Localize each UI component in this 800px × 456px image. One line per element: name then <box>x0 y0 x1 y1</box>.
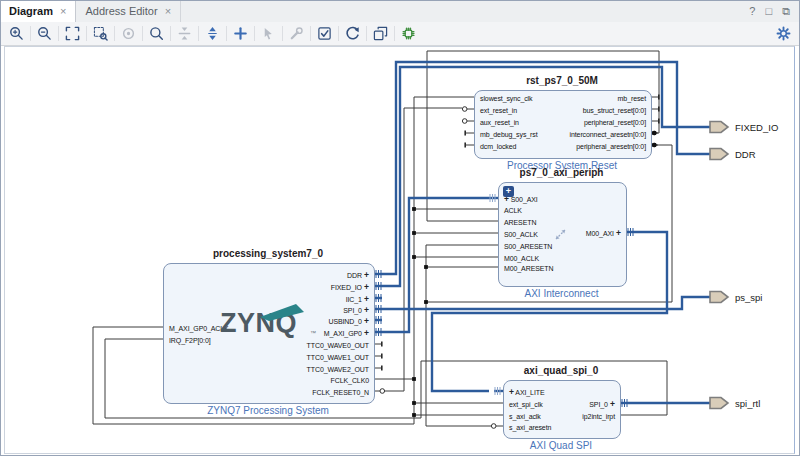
diagram-toolbar <box>0 22 800 46</box>
port-interconnect_aresetn[0:0][interactable]: interconnect_aresetn[0:0] <box>570 130 647 139</box>
block-title: rst_ps7_0_50M <box>526 75 598 86</box>
wire-junction <box>424 300 428 304</box>
port-peripheral_reset[0:0][interactable]: peripheral_reset[0:0] <box>584 118 646 127</box>
port-M00_AXI[interactable]: M00_AXI + <box>586 229 621 238</box>
window-controls: ? □ ⧉ <box>749 0 800 22</box>
external-port-FIXED_IO[interactable]: FIXED_IO <box>710 122 778 133</box>
add-ip-icon[interactable] <box>230 24 251 44</box>
block-rst_ps7_0_50M[interactable]: slowest_sync_clkext_reset_inaux_reset_in… <box>474 90 652 159</box>
port-mb_debug_sys_rst[interactable]: mb_debug_sys_rst <box>480 130 538 139</box>
help-icon[interactable]: ? <box>749 6 755 17</box>
pin-ext_reset_in[interactable] <box>462 107 474 112</box>
block-ps7_0_axi_periph[interactable]: + S00_AXIACLKARESETNS00_ACLKS00_ARESETNM… <box>498 182 627 287</box>
external-port-label: FIXED_IO <box>735 122 778 133</box>
external-port-DDR[interactable]: DDR <box>710 149 756 160</box>
port-ip2intc_irpt[interactable]: ip2intc_irpt <box>582 412 615 421</box>
block-caption: AXI Quad SPI <box>530 440 592 451</box>
toolbar-separator <box>338 26 339 41</box>
port-peripheral_aresetn[0:0][interactable]: peripheral_aresetn[0:0] <box>576 142 646 151</box>
tab-address-editor-label: Address Editor <box>85 5 157 17</box>
external-port-ps_spi[interactable]: ps_spi <box>710 292 762 303</box>
port-s_axi_aresetn[interactable]: s_axi_aresetn <box>509 423 551 432</box>
pin-S00_AXI[interactable] <box>489 194 498 202</box>
port-S00_ARESETN[interactable]: S00_ARESETN <box>504 242 552 251</box>
port-AXI_LITE[interactable]: + AXI_LITE <box>509 388 545 397</box>
port-ACLK[interactable]: ACLK <box>504 206 522 215</box>
toolbar-separator <box>254 26 255 41</box>
port-ext_spi_clk[interactable]: ext_spi_clk <box>509 400 543 409</box>
port-S00_ACLK[interactable]: S00_ACLK <box>504 230 538 239</box>
port-s_axi_aclk[interactable]: s_axi_aclk <box>509 412 541 421</box>
port-M00_ARESETN[interactable]: M00_ARESETN <box>504 264 553 273</box>
wire-junction <box>412 207 416 211</box>
zynq-logo: ZYNQ™ <box>164 264 374 403</box>
debug-icon[interactable] <box>398 24 419 44</box>
fit-height-icon[interactable] <box>202 24 223 44</box>
tab-diagram[interactable]: Diagram × <box>0 0 76 22</box>
block-title: processing_system7_0 <box>213 248 323 259</box>
toolbar-separator <box>198 26 199 41</box>
block-caption: AXI Interconnect <box>525 288 599 299</box>
toolbar-separator <box>30 26 31 41</box>
float-icon[interactable]: ⧉ <box>782 6 790 17</box>
tab-bar: Diagram × Address Editor × ? □ ⧉ <box>0 0 800 23</box>
pin-mb_debug_sys_rst[interactable] <box>465 130 474 135</box>
block-design-window: FIXED_IODDRps_spispi_rtl rst_ps7_0_50MPr… <box>0 0 800 456</box>
zoom-selection-icon[interactable] <box>90 24 111 44</box>
toolbar-separator <box>114 26 115 41</box>
wire-junction <box>412 377 416 381</box>
auto-fit-icon <box>118 24 139 44</box>
port-SPI_0[interactable]: SPI_0 + <box>589 400 615 409</box>
wire-junction <box>652 143 657 148</box>
expand-block-icon[interactable]: + <box>503 186 514 197</box>
external-port-label: ps_spi <box>735 292 762 303</box>
maximize-icon[interactable]: □ <box>765 6 772 17</box>
block-axi_quad_spi_0[interactable]: + AXI_LITEext_spi_clks_axi_aclks_axi_are… <box>503 380 621 439</box>
zynq-trademark: ™ <box>310 330 316 336</box>
make-connection-icon <box>258 24 279 44</box>
close-icon[interactable]: × <box>60 5 66 17</box>
block-caption: ZYNQ7 Processing System <box>207 405 329 416</box>
port-bus_struct_reset[0:0][interactable]: bus_struct_reset[0:0] <box>583 106 646 115</box>
pin-AXI_LITE[interactable] <box>494 387 503 395</box>
zoom-out-icon[interactable] <box>34 24 55 44</box>
toolbar-separator <box>86 26 87 41</box>
search-icon[interactable] <box>146 24 167 44</box>
crossbar-icon <box>554 227 567 245</box>
external-port-label: DDR <box>735 149 756 160</box>
toolbar-separator <box>170 26 171 41</box>
zoom-in-icon[interactable] <box>6 24 27 44</box>
close-icon[interactable]: × <box>165 5 171 17</box>
tab-address-editor[interactable]: Address Editor × <box>76 0 181 22</box>
wire-junction <box>424 265 428 269</box>
port-slowest_sync_clk[interactable]: slowest_sync_clk <box>480 94 532 103</box>
wire-junction <box>412 413 416 417</box>
port-ARESETN[interactable]: ARESETN <box>504 218 536 227</box>
net-peripheral_aresetn-s_axi_aresetn[interactable] <box>426 302 491 426</box>
wire-junction <box>412 255 416 259</box>
port-ext_reset_in[interactable]: ext_reset_in <box>480 106 517 115</box>
port-mb_reset[interactable]: mb_reset <box>618 94 646 103</box>
wire-junction <box>412 231 416 235</box>
port-dcm_locked[interactable]: dcm_locked <box>480 142 516 151</box>
external-port-label: spi_rtl <box>735 398 760 409</box>
pin-s_axi_aresetn[interactable] <box>491 424 503 429</box>
wire-junction <box>412 401 416 405</box>
block-processing_system7_0[interactable]: M_AXI_GP0_ACLKIRQ_F2P[0:0]DDR +FIXED_IO … <box>163 263 375 404</box>
create-hierarchy-icon[interactable] <box>370 24 391 44</box>
port-M00_ACLK[interactable]: M00_ACLK <box>504 254 539 263</box>
block-title: ps7_0_axi_periph <box>520 167 604 178</box>
settings-icon[interactable] <box>773 24 794 44</box>
zynq-swoosh-icon <box>260 304 306 326</box>
tab-diagram-label: Diagram <box>9 5 53 17</box>
pin-dcm_locked[interactable] <box>465 142 474 147</box>
block-title: axi_quad_spi_0 <box>524 365 598 376</box>
pin-aux_reset_in[interactable] <box>462 119 474 124</box>
port-aux_reset_in[interactable]: aux_reset_in <box>480 118 519 127</box>
wire-junction <box>652 131 657 136</box>
validate-design-icon[interactable] <box>314 24 335 44</box>
regenerate-layout-icon[interactable] <box>342 24 363 44</box>
external-port-spi_rtl[interactable]: spi_rtl <box>710 398 760 409</box>
zoom-fit-icon[interactable] <box>62 24 83 44</box>
toolbar-separator <box>142 26 143 41</box>
